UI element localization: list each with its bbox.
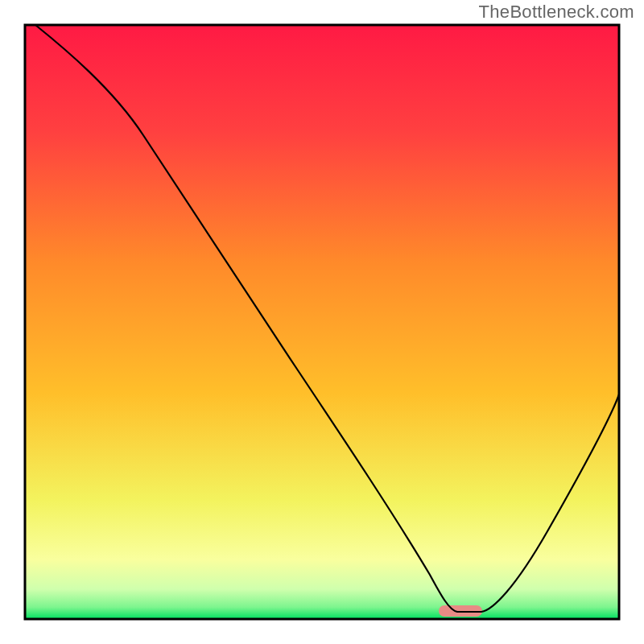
chart-svg [0,0,644,644]
chart-frame [0,0,644,644]
plot-background [25,25,619,619]
watermark-text: TheBottleneck.com [479,2,634,23]
